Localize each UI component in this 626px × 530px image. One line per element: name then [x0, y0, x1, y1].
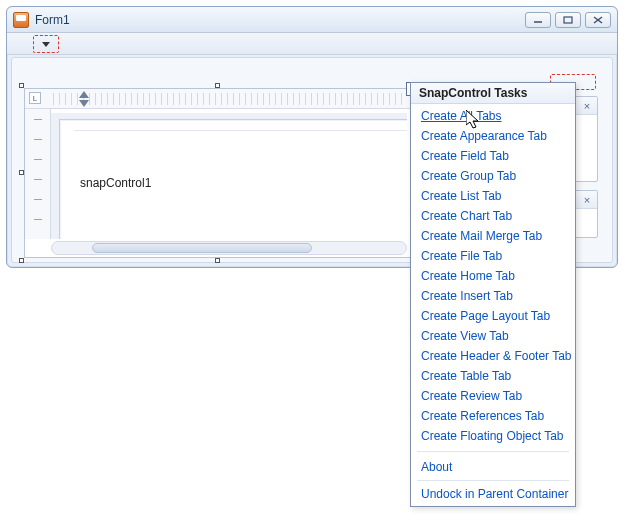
- tasks-title: SnapControl Tasks: [411, 83, 575, 104]
- task-item[interactable]: Create Review Tab: [411, 386, 575, 406]
- snap-control[interactable]: L snapControl1: [24, 88, 412, 258]
- tasks-footer: AboutUndock in Parent Container: [411, 455, 575, 506]
- vertical-ruler: [25, 109, 51, 239]
- task-item[interactable]: Create Table Tab: [411, 366, 575, 386]
- task-item[interactable]: Create Field Tab: [411, 146, 575, 166]
- toolstrip: [7, 33, 617, 55]
- indent-marker-top-icon[interactable]: [79, 91, 89, 98]
- horizontal-scrollbar[interactable]: [51, 241, 407, 255]
- window-title: Form1: [35, 13, 525, 27]
- task-item[interactable]: Create Home Tab: [411, 266, 575, 286]
- task-item[interactable]: Create Insert Tab: [411, 286, 575, 306]
- close-button[interactable]: [585, 12, 611, 28]
- task-item[interactable]: Create Group Tab: [411, 166, 575, 186]
- overflow-dropdown-icon[interactable]: [42, 42, 50, 47]
- titlebar[interactable]: Form1: [7, 7, 617, 33]
- tasks-popup: SnapControl Tasks Create All TabsCreate …: [410, 82, 576, 507]
- maximize-button[interactable]: [555, 12, 581, 28]
- ruler-corner: L: [29, 92, 41, 104]
- task-item[interactable]: Create Mail Merge Tab: [411, 226, 575, 246]
- task-item[interactable]: Create List Tab: [411, 186, 575, 206]
- task-item[interactable]: Create Page Layout Tab: [411, 306, 575, 326]
- task-item[interactable]: Create Chart Tab: [411, 206, 575, 226]
- scrollbar-thumb[interactable]: [92, 243, 312, 253]
- page: snapControl1: [59, 119, 407, 239]
- snap-control-name: snapControl1: [80, 176, 151, 190]
- task-item[interactable]: Create Appearance Tab: [411, 126, 575, 146]
- horizontal-ruler: L: [25, 89, 411, 109]
- tasks-list: Create All TabsCreate Appearance TabCrea…: [411, 104, 575, 448]
- minimize-button[interactable]: [525, 12, 551, 28]
- document-viewport[interactable]: snapControl1: [51, 113, 407, 239]
- separator: [417, 451, 569, 452]
- svg-rect-1: [564, 17, 572, 23]
- app-icon: [13, 12, 29, 28]
- indent-marker-bottom-icon[interactable]: [79, 100, 89, 107]
- task-item[interactable]: Create Floating Object Tab: [411, 426, 575, 446]
- task-item[interactable]: Create Header & Footer Tab: [411, 346, 575, 366]
- separator: [417, 480, 569, 481]
- task-item[interactable]: Undock in Parent Container: [411, 484, 575, 504]
- task-item[interactable]: Create View Tab: [411, 326, 575, 346]
- task-item[interactable]: About: [411, 457, 575, 477]
- task-item[interactable]: Create References Tab: [411, 406, 575, 426]
- close-icon[interactable]: ×: [580, 193, 594, 207]
- close-icon[interactable]: ×: [580, 99, 594, 113]
- task-item[interactable]: Create File Tab: [411, 246, 575, 266]
- task-item[interactable]: Create All Tabs: [411, 106, 575, 126]
